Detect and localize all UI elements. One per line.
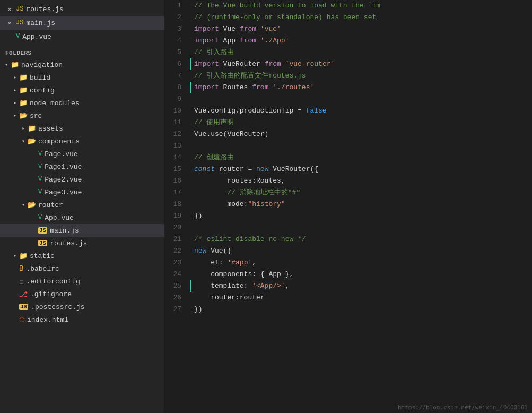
tree-label: src — [30, 112, 42, 120]
file-app-vue[interactable]: ✕ V App.vue — [0, 30, 164, 44]
tree-item-gitignore[interactable]: ▾ ⎇ .gitignore — [0, 288, 164, 300]
code-token — [194, 93, 198, 105]
line-num-10: 10 — [164, 105, 186, 117]
gutter-mark — [190, 82, 191, 93]
code-line-9 — [194, 93, 532, 105]
folders-section: FOLDERS ▾ 📁 navigation ▾ 📁 build ▾ 📁 — [0, 46, 164, 326]
code-token: from — [240, 23, 256, 35]
file-label: main.js — [26, 19, 55, 27]
watermark: https://blog.csdn.net/weixin_40400161 — [398, 404, 528, 411]
folder-icon: 📂 — [28, 137, 36, 145]
arrow-icon: ▾ — [19, 124, 28, 133]
close-icon[interactable]: ✕ — [5, 5, 14, 13]
tree-label: assets — [38, 125, 63, 133]
code-token: 'vue-router' — [285, 58, 335, 70]
tree-item-assets[interactable]: ▾ 📁 assets — [0, 122, 164, 135]
tree-item-page2-vue[interactable]: ▾ V Page2.vue — [0, 173, 164, 186]
file-icon: ☐ — [19, 277, 23, 286]
tree-item-page3-vue[interactable]: ▾ V Page3.vue — [0, 186, 164, 199]
tree-label: .postcssrc.js — [31, 303, 84, 311]
tree-label: static — [30, 252, 55, 260]
code-token: VueRouter — [219, 58, 265, 70]
babel-file-icon: B — [19, 264, 23, 273]
code-token: mode: — [194, 199, 248, 210]
sidebar: ✕ JS routes.js ✕ JS main.js ✕ V App.vue … — [0, 0, 164, 413]
code-token: el: — [194, 257, 227, 269]
tree-item-node-modules[interactable]: ▾ 📁 node_modules — [0, 97, 164, 109]
line-num-5: 5 — [164, 47, 186, 58]
tree-item-router-routes-js[interactable]: ▾ JS routes.js — [0, 237, 164, 249]
arrow-icon: ▾ — [2, 61, 11, 69]
code-line-10: Vue.config.productionTip = false — [194, 105, 532, 117]
code-line-2: // (runtime-only or standalone) has been… — [194, 12, 532, 23]
tree-label: main.js — [50, 227, 79, 235]
js-icon: JS — [16, 5, 23, 13]
code-token: App — [219, 35, 240, 47]
html-file-icon: ⬡ — [19, 316, 24, 324]
line-num-8: 8 — [164, 82, 186, 93]
code-line-4: import App from './App' — [194, 35, 532, 47]
code-token: // 消除地址栏中的"#" — [194, 187, 300, 199]
tree-item-page1-vue[interactable]: ▾ V Page1.vue — [0, 160, 164, 173]
code-area[interactable]: // The Vue build version to load with th… — [190, 0, 532, 413]
code-token: // 使用声明 — [194, 117, 234, 128]
editor-content: 1 2 3 4 5 6 7 8 9 10 11 12 13 14 15 16 1… — [164, 0, 532, 413]
tree-item-page-vue[interactable]: ▾ V Page.vue — [0, 148, 164, 160]
code-token: import — [194, 23, 219, 35]
tree-label: index.html — [27, 316, 68, 324]
folders-header: FOLDERS — [0, 46, 164, 58]
code-token: '#app' — [227, 257, 252, 269]
tree-item-config[interactable]: ▾ 📁 config — [0, 84, 164, 97]
line-num-4: 4 — [164, 35, 186, 47]
tree-item-router[interactable]: ▾ 📂 router — [0, 199, 164, 211]
line-num-11: 11 — [164, 117, 186, 128]
code-token: './routes' — [273, 82, 314, 93]
code-token: import — [194, 82, 219, 93]
code-token — [194, 222, 198, 234]
file-main-js[interactable]: ✕ JS main.js — [0, 16, 164, 30]
code-line-27: }) — [194, 304, 532, 315]
arrow-icon: ▾ — [19, 201, 28, 209]
code-line-7: // 引入路由的配置文件routes.js — [194, 70, 532, 82]
folder-icon: 📂 — [28, 201, 36, 209]
tree-item-index-html[interactable]: ▾ ⬡ index.html — [0, 313, 164, 326]
code-token: new — [194, 245, 206, 257]
git-file-icon: ⎇ — [19, 290, 28, 299]
code-line-20 — [194, 222, 532, 234]
code-line-8: import Routes from './routes' — [194, 82, 532, 93]
file-label: App.vue — [22, 33, 51, 41]
code-line-18: mode: "history" — [194, 199, 532, 210]
tree-item-components[interactable]: ▾ 📂 components — [0, 135, 164, 148]
tree-item-src[interactable]: ▾ 📂 src — [0, 109, 164, 122]
code-token: from — [240, 35, 256, 47]
code-line-15: const router = new VueRouter({ — [194, 164, 532, 175]
file-routes-js[interactable]: ✕ JS routes.js — [0, 2, 164, 16]
vue-file-icon: V — [38, 150, 42, 158]
tree-label: routes.js — [50, 239, 87, 247]
tree-item-babelrc[interactable]: ▾ B .babelrc — [0, 262, 164, 275]
tree-item-router-app-vue[interactable]: ▾ V App.vue — [0, 211, 164, 224]
vue-file-icon: V — [38, 188, 42, 196]
file-label: routes.js — [26, 5, 63, 13]
gutter-mark — [190, 58, 191, 70]
code-token: const — [194, 164, 215, 175]
code-token: Vue — [219, 23, 240, 35]
code-token: template: — [194, 280, 252, 292]
js-file-icon: JS — [38, 227, 47, 234]
code-token: import — [194, 35, 219, 47]
tree-item-editorconfig[interactable]: ▾ ☐ .editorconfig — [0, 275, 164, 288]
tree-item-router-main-js[interactable]: ▾ JS main.js — [0, 224, 164, 237]
tree-item-navigation[interactable]: ▾ 📁 navigation — [0, 58, 164, 71]
vue-file-icon: V — [38, 214, 42, 221]
gutter-mark — [190, 280, 191, 292]
tree-item-postcssrc[interactable]: ▾ JS .postcssrc.js — [0, 300, 164, 313]
tree-item-build[interactable]: ▾ 📁 build — [0, 71, 164, 84]
line-num-19: 19 — [164, 210, 186, 222]
tree-item-static[interactable]: ▾ 📁 static — [0, 249, 164, 262]
line-num-9: 9 — [164, 93, 186, 105]
editor: 1 2 3 4 5 6 7 8 9 10 11 12 13 14 15 16 1… — [164, 0, 532, 413]
close-icon[interactable]: ✕ — [5, 19, 14, 27]
line-num-21: 21 — [164, 234, 186, 245]
code-token: , — [285, 280, 290, 292]
folder-tree: ▾ 📁 navigation ▾ 📁 build ▾ 📁 config — [0, 58, 164, 326]
